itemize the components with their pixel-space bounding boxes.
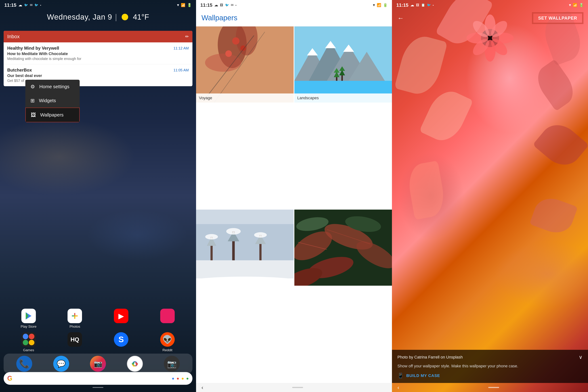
menu-item-widgets[interactable]: ⊞ Widgets — [25, 94, 80, 108]
shazam-icon: S — [114, 332, 128, 347]
mail-icon-2: ✉ — [231, 3, 234, 7]
photos-svg — [70, 312, 79, 320]
signal-icon-3: 📶 — [573, 3, 577, 7]
wallpaper-thumb-leaves[interactable] — [294, 210, 392, 286]
svg-rect-40 — [196, 210, 294, 224]
status-left: 11:15 ☁ 🐦 ✉ 🐦 ● — [4, 2, 41, 8]
extra1-icon — [160, 309, 175, 323]
svg-rect-39 — [196, 278, 294, 286]
status-bar-panel1: 11:15 ☁ 🐦 ✉ 🐦 ● ▾ 📶 🔋 — [0, 0, 196, 10]
status-bar-panel2: 11:15 ☁ 🖼 🐦 ✉ ● ▾ 📶 🔋 — [196, 0, 392, 10]
status-left-2: 11:15 ☁ 🖼 🐦 ✉ ● — [200, 2, 237, 8]
svg-point-36 — [226, 228, 241, 234]
twitter-icon-2: 🐦 — [34, 3, 38, 7]
app-reddit[interactable]: 👽 Reddit — [158, 332, 177, 352]
svg-point-5 — [205, 54, 241, 72]
play-store-svg — [24, 312, 33, 320]
dock-chrome[interactable] — [127, 356, 143, 372]
build-case-link[interactable]: BUILD MY CASE — [406, 373, 440, 378]
battery-icon-2: 🔋 — [383, 3, 388, 7]
wifi-icon: ▾ — [177, 3, 179, 8]
context-menu: ⚙ Home settings ⊞ Widgets 🖼 Wallpapers — [25, 80, 80, 122]
dock-instagram[interactable]: 📷 — [90, 356, 106, 372]
photo-credit-text: Photo by Catrina Farrell on Unsplash — [397, 355, 463, 360]
dock: 📞 💬 📷 📷 — [3, 354, 192, 374]
back-chevron-3[interactable]: ‹ — [392, 384, 399, 390]
dot-icon-3: ● — [433, 4, 434, 6]
dot-blue: ● — [172, 376, 175, 381]
dock-camera[interactable]: 📷 — [164, 356, 180, 372]
chevron-down-icon[interactable]: ∨ — [579, 354, 583, 360]
nav-bar-panel3: ‹ — [392, 383, 588, 392]
home-indicator-3 — [488, 387, 499, 388]
back-chevron-2[interactable]: ‹ — [196, 384, 203, 390]
menu-item-home-settings[interactable]: ⚙ Home settings — [25, 80, 80, 94]
cloud-icon-3: ☁ — [410, 3, 414, 8]
note-icon: 📋 — [421, 3, 425, 7]
twitter-icon-3: 🐦 — [225, 3, 229, 7]
status-right-2: ▾ 📶 🔋 — [373, 3, 388, 8]
menu-item-wallpapers[interactable]: 🖼 Wallpapers — [25, 108, 80, 122]
app-grid: Play Store Photos ▶ — [0, 309, 196, 356]
menu-label-home-settings: Home settings — [39, 84, 69, 90]
mail-icon: ✉ — [30, 3, 32, 7]
inbox-header: Inbox ✏ — [3, 31, 192, 42]
sender-1: Healthy Mind by Verywell — [7, 46, 59, 51]
twitter-icon-1: 🐦 — [24, 3, 28, 7]
app-row-2: Games HQ S 👽 Reddit — [5, 332, 191, 352]
winter-svg — [196, 210, 294, 286]
dock-messages[interactable]: 💬 — [53, 356, 69, 372]
svg-point-37 — [254, 232, 267, 238]
status-right-3: ▾ 📶 🔋 — [569, 3, 584, 8]
google-logo: G — [7, 374, 12, 382]
sender-2: ButcherBox — [7, 68, 32, 73]
leaves-svg — [294, 210, 392, 286]
app-play-store[interactable]: Play Store — [19, 309, 38, 328]
landscapes-svg — [294, 26, 392, 102]
home-indicator — [92, 387, 103, 388]
status-left-3: 11:15 ☁ 🖼 📋 🐦 ● — [396, 2, 434, 8]
app-photos[interactable]: Photos — [66, 309, 84, 328]
image-icon-3: 🖼 — [416, 3, 419, 7]
app-games[interactable]: Games — [19, 332, 38, 352]
date-weather-widget: Wednesday, Jan 9 | 41°F — [0, 13, 196, 22]
wallpaper-thumb-voyage[interactable]: Voyage — [196, 26, 294, 102]
app-extra1 — [158, 309, 177, 328]
wallpaper-thumb-winter[interactable] — [196, 210, 294, 286]
hq-icon: HQ — [67, 332, 82, 347]
cloud-icon: ☁ — [18, 3, 22, 8]
set-wallpaper-button[interactable]: SET WALLPAPER — [533, 13, 583, 23]
reddit-icon: 👽 — [160, 332, 175, 347]
play-store-icon — [21, 309, 36, 323]
app-hq[interactable]: HQ — [66, 332, 84, 352]
build-case-row: 📱 BUILD MY CASE — [397, 372, 583, 378]
dot-icon-2: ● — [235, 4, 237, 6]
wallpaper-thumb-landscapes[interactable]: Landscapes — [294, 26, 392, 102]
wallpaper-description: Show off your wallpaper style. Make this… — [397, 363, 583, 369]
app-row-1: Play Store Photos ▶ — [5, 309, 191, 328]
wallpapers-panel: 11:15 ☁ 🖼 🐦 ✉ ● ▾ 📶 🔋 Wallpapers — [196, 0, 392, 392]
subject-2: Our best deal ever — [7, 73, 189, 78]
reddit-label: Reddit — [162, 348, 172, 352]
back-button[interactable]: ← — [397, 14, 404, 22]
time-panel2: 11:15 — [200, 2, 213, 8]
inbox-item-1[interactable]: Healthy Mind by Verywell 11:12 AM How to… — [3, 42, 192, 64]
status-bar-panel3: 11:15 ☁ 🖼 📋 🐦 ● ▾ 📶 🔋 — [392, 0, 588, 10]
dot-yellow: ● — [181, 376, 184, 381]
wallpapers-title: Wallpapers — [202, 14, 387, 22]
edit-icon[interactable]: ✏ — [185, 34, 189, 39]
signal-icon-2: 📶 — [377, 3, 381, 7]
settings-icon: ⚙ — [30, 84, 35, 90]
dock-phone[interactable]: 📞 — [16, 356, 32, 372]
app-youtube[interactable]: ▶ — [112, 309, 130, 328]
voyage-label: Voyage — [196, 94, 294, 102]
photos-label: Photos — [69, 324, 80, 328]
home-indicator-2 — [292, 387, 303, 388]
time-2: 11:05 AM — [173, 68, 189, 72]
widgets-icon: ⊞ — [30, 98, 34, 104]
date-separator: | — [115, 13, 117, 22]
time-panel3: 11:15 — [396, 2, 408, 8]
image-icon: 🖼 — [220, 3, 223, 7]
time-1: 11:12 AM — [173, 46, 189, 50]
app-shazam[interactable]: S — [112, 332, 130, 352]
